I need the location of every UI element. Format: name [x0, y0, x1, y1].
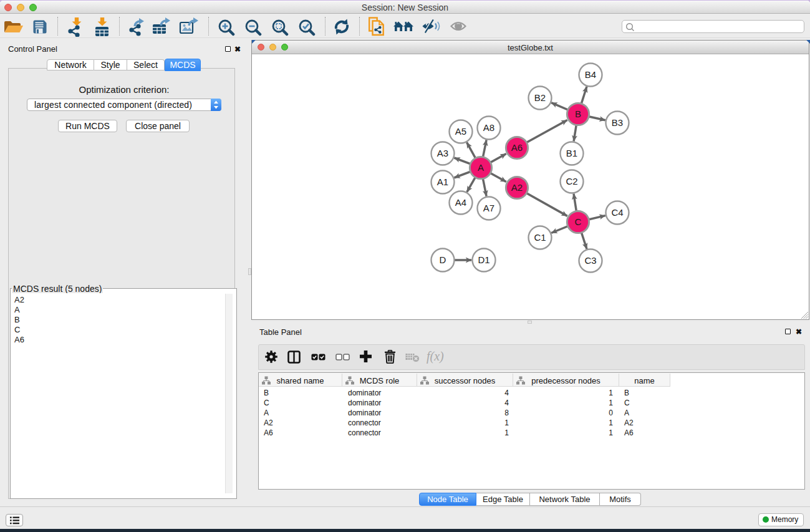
svg-text:C: C [575, 216, 582, 227]
svg-text:B2: B2 [534, 92, 546, 103]
svg-text:B1: B1 [566, 148, 577, 158]
svg-text:A2: A2 [511, 182, 523, 193]
svg-text:A: A [478, 162, 484, 173]
svg-text:A8: A8 [483, 122, 494, 133]
svg-text:A7: A7 [483, 203, 494, 213]
svg-text:A5: A5 [455, 126, 466, 137]
svg-text:B4: B4 [585, 69, 596, 80]
svg-text:A1: A1 [437, 177, 448, 187]
svg-text:B3: B3 [612, 117, 623, 128]
svg-text:A3: A3 [437, 148, 448, 158]
svg-text:C2: C2 [566, 176, 577, 186]
svg-text:C1: C1 [534, 232, 546, 243]
svg-text:C3: C3 [584, 255, 596, 266]
svg-text:C4: C4 [611, 207, 623, 218]
svg-text:D: D [440, 254, 446, 265]
svg-text:A4: A4 [455, 197, 466, 208]
svg-text:D1: D1 [478, 254, 489, 265]
svg-text:B: B [575, 109, 581, 119]
svg-text:A6: A6 [511, 142, 523, 153]
